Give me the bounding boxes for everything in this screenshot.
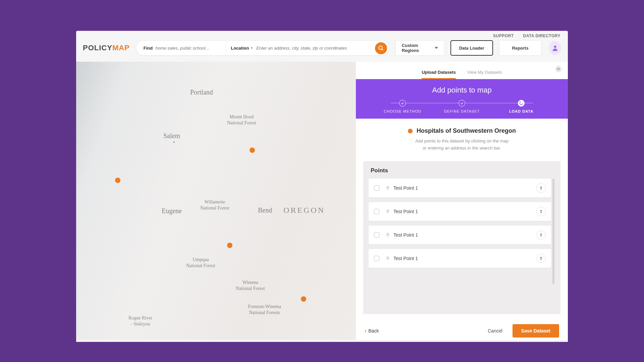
points-heading: Points — [369, 167, 555, 174]
delete-point-button[interactable] — [536, 254, 546, 263]
reports-button[interactable]: Reports — [499, 40, 542, 56]
point-row[interactable]: Test Point 1 — [369, 179, 551, 197]
svg-point-4 — [387, 187, 388, 188]
location-input[interactable] — [256, 46, 350, 51]
point-checkbox[interactable] — [374, 256, 379, 261]
point-name: Test Point 1 — [393, 232, 418, 238]
map-label-bend: Bend — [258, 206, 272, 214]
pin-icon — [385, 186, 390, 190]
tab-view-my-datasets[interactable]: View My Datasets — [467, 70, 502, 79]
panel-footer: ‹ Back Cancel Save Dataset — [356, 314, 568, 340]
step-define-dataset: DEFINE DATASET — [432, 100, 492, 113]
pin-icon — [385, 209, 390, 214]
pin-icon — [385, 256, 390, 261]
svg-point-3 — [520, 102, 523, 105]
svg-point-6 — [387, 234, 388, 235]
search-button[interactable] — [375, 42, 387, 54]
point-name: Test Point 1 — [393, 256, 418, 261]
logo: POLICYMAP — [83, 44, 130, 52]
map-label-winema: WinemaNational Forest — [236, 280, 265, 291]
tab-upload-datasets[interactable]: Upload Datasets — [422, 70, 456, 79]
dataset-title: Hospitals of Southwestern Oregon — [369, 127, 554, 134]
cancel-button[interactable]: Cancel — [488, 328, 502, 334]
svg-line-1 — [382, 49, 383, 50]
panel-tabs: Upload Datasets View My Datasets — [356, 62, 568, 79]
point-checkbox[interactable] — [374, 209, 379, 214]
delete-point-button[interactable] — [536, 183, 546, 193]
map-label-salem: Salem — [163, 132, 180, 140]
search-bar: Find Location▼ — [136, 40, 389, 56]
data-directory-link[interactable]: DATA DIRECTORY — [523, 34, 560, 38]
point-row[interactable]: Test Point 1 — [369, 249, 551, 268]
wizard-steps: CHOOSE METHOD DEFINE DATASET LOAD DATA — [373, 100, 551, 113]
find-input[interactable] — [153, 46, 223, 51]
check-icon — [459, 100, 465, 107]
point-checkbox[interactable] — [374, 185, 379, 191]
map-point[interactable] — [227, 243, 232, 248]
map-point[interactable] — [115, 178, 120, 183]
custom-regions-button[interactable]: Custom Regions — [395, 40, 444, 56]
wizard-header: Add points to map CHOOSE METHOD DEFINE D… — [356, 79, 568, 119]
data-loader-button[interactable]: Data Loader — [450, 40, 493, 56]
search-divider — [226, 42, 226, 54]
map-pane[interactable]: Portland Salem Eugene Bend OREGON Mount … — [76, 62, 356, 340]
dataset-header: Hospitals of Southwestern Oregon Add poi… — [356, 119, 568, 157]
logo-text-a: POLICY — [83, 44, 112, 52]
step-load-data: LOAD DATA — [492, 100, 551, 113]
point-name: Test Point 1 — [393, 185, 418, 191]
map-label-umpqua: UmpquaNational Forest — [186, 257, 215, 268]
back-button[interactable]: ‹ Back — [365, 328, 379, 334]
support-link[interactable]: SUPPORT — [493, 34, 514, 38]
search-icon — [378, 45, 384, 51]
city-dot-salem — [173, 141, 175, 143]
nav-row: POLICYMAP Find Location▼ Custom Regions … — [76, 40, 568, 62]
svg-point-7 — [387, 257, 388, 258]
svg-point-2 — [554, 46, 556, 48]
main-split: Portland Salem Eugene Bend OREGON Mount … — [76, 62, 568, 340]
save-dataset-button[interactable]: Save Dataset — [513, 324, 559, 338]
wizard-title: Add points to map — [432, 86, 491, 95]
map-label-fremont: Fremont-WinemaNational Forests — [248, 304, 281, 315]
map-point[interactable] — [250, 147, 255, 153]
point-checkbox[interactable] — [374, 232, 379, 238]
progress-icon — [518, 100, 525, 107]
map-label-rogue: Rogue River- Siskiyou — [128, 315, 152, 327]
point-row[interactable]: Test Point 1 — [369, 202, 551, 221]
chevron-left-icon: ‹ — [365, 328, 366, 334]
user-icon — [551, 44, 559, 52]
scrollbar-thumb[interactable] — [552, 179, 554, 284]
dataset-dot-icon — [408, 129, 413, 133]
map-label-oregon: OREGON — [283, 206, 325, 215]
close-button[interactable]: ✕ — [555, 66, 562, 72]
points-card: Points Test Point 1Test Point 1Test Poin… — [363, 161, 560, 314]
map-label-portland: Portland — [190, 88, 213, 96]
check-icon — [399, 100, 406, 107]
find-label: Find — [136, 46, 153, 51]
avatar-button[interactable] — [549, 41, 561, 55]
svg-point-0 — [379, 46, 382, 50]
map-point[interactable] — [301, 296, 306, 302]
point-row[interactable]: Test Point 1 — [369, 226, 551, 244]
map-label-mthood: Mount HoodNational Forest — [227, 114, 256, 126]
side-panel: ✕ Upload Datasets View My Datasets Add p… — [356, 62, 568, 340]
delete-point-button[interactable] — [536, 207, 546, 216]
utility-bar: SUPPORT DATA DIRECTORY — [76, 31, 568, 40]
pin-icon — [385, 233, 390, 237]
logo-text-b: MAP — [112, 44, 130, 52]
step-choose-method: CHOOSE METHOD — [373, 100, 432, 113]
svg-point-5 — [387, 210, 388, 211]
delete-point-button[interactable] — [536, 230, 546, 240]
chevron-down-icon — [435, 47, 438, 49]
map-label-eugene: Eugene — [162, 207, 182, 215]
points-list: Test Point 1Test Point 1Test Point 1Test… — [369, 179, 555, 310]
map-label-willamette: WillametteNational Forest — [200, 199, 229, 211]
location-label[interactable]: Location▼ — [231, 46, 253, 51]
app-frame: SUPPORT DATA DIRECTORY POLICYMAP Find Lo… — [76, 31, 568, 342]
point-name: Test Point 1 — [393, 209, 418, 214]
dataset-subtitle: Add points to this dataset by clicking o… — [388, 138, 536, 152]
